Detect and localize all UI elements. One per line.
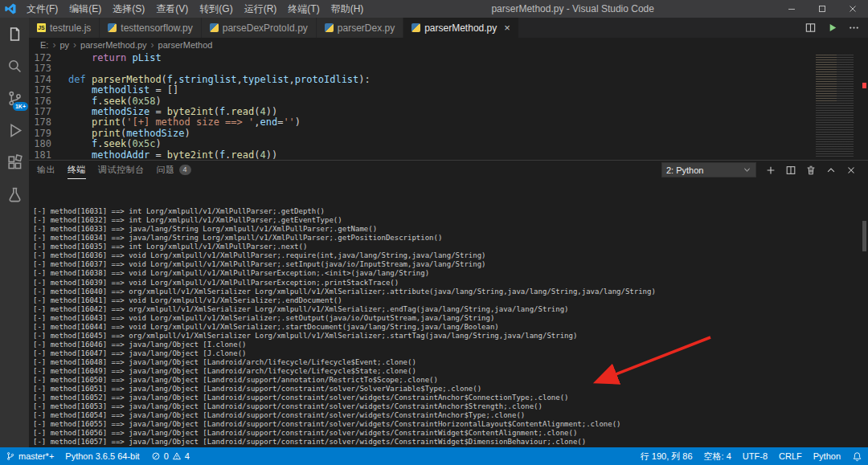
statusbar-item-language-mode[interactable]: Python	[808, 447, 846, 465]
panel-tab-终端[interactable]: 终端	[68, 161, 86, 179]
code-text: f.seek(0x5c)	[68, 139, 162, 149]
tab-testtensorflow.py[interactable]: testtensorflow.py	[100, 18, 201, 38]
statusbar-left: master*+Python 3.6.5 64-bit04	[0, 447, 195, 465]
window-controls	[776, 0, 868, 18]
statusbar-item-text: 4	[185, 451, 190, 461]
statusbar-item-python-interpreter[interactable]: Python 3.6.5 64-bit	[59, 447, 145, 465]
vscode-window: 文件(F)编辑(E)选择(S)查看(V)转到(G)运行(R)终端(T)帮助(H)…	[0, 0, 868, 465]
terminal-output[interactable]: [-] method[16031] ==> int Lorg/xmlpull/v…	[29, 179, 868, 447]
activity-item-search[interactable]	[0, 50, 29, 82]
menu-item-5[interactable]: 运行(R)	[239, 0, 283, 18]
tab-parserDex.py[interactable]: parserDex.py	[317, 18, 403, 38]
statusbar-item-indentation[interactable]: 空格: 4	[698, 447, 737, 465]
terminal-line: [-] method[16044] ==> void Lorg/xmlpull/…	[33, 323, 868, 332]
terminal-scrollbar[interactable]	[862, 221, 866, 251]
window-title: parserMethod.py - Visual Studio Code	[369, 3, 776, 14]
menu-item-0[interactable]: 文件(F)	[21, 0, 63, 18]
tab-label: testrule.js	[50, 22, 91, 34]
statusbar-item-text: CRLF	[779, 451, 802, 461]
plus-icon[interactable]	[765, 165, 776, 176]
menu-item-4[interactable]: 转到(G)	[194, 0, 238, 18]
more-actions-icon[interactable]	[848, 22, 860, 34]
tab-testrule.js[interactable]: JStestrule.js	[29, 18, 100, 38]
statusbar-item-text: Python 3.6.5 64-bit	[65, 451, 139, 461]
menu-item-2[interactable]: 选择(S)	[107, 0, 150, 18]
menu-item-7[interactable]: 帮助(H)	[326, 0, 370, 18]
trash-icon[interactable]	[805, 165, 817, 176]
panel-header: 输出终端调试控制台问题4 2: Python	[29, 161, 868, 179]
terminal-line: [-] method[16040] ==> org/xmlpull/v1/Xml…	[33, 288, 868, 296]
maximize-button[interactable]	[807, 0, 837, 18]
menu-item-1[interactable]: 编辑(E)	[63, 0, 107, 18]
statusbar-item-cursor-position[interactable]: 行 190, 列 86	[635, 447, 698, 465]
close-tab-icon[interactable]: ×	[504, 22, 510, 33]
code-area[interactable]: 172 return pList173174def parserMethod(f…	[29, 52, 813, 160]
statusbar-item-eol[interactable]: CRLF	[773, 447, 808, 465]
run-icon[interactable]	[826, 22, 838, 34]
code-text: print(methodSize)	[68, 128, 190, 139]
activity-item-explorer[interactable]	[0, 18, 29, 50]
terminal-line: [-] method[16031] ==> int Lorg/xmlpull/v…	[33, 207, 868, 216]
javascript-file-icon: JS	[37, 23, 46, 32]
code-editor[interactable]: 172 return pList173174def parserMethod(f…	[29, 52, 868, 160]
activity-item-source-control[interactable]: 1K+	[0, 82, 29, 114]
statusbar-item-git-branch[interactable]: master*+	[0, 447, 59, 465]
line-number: 174	[29, 75, 51, 85]
terminal-line: [-] method[16038] ==> void Lorg/xmlpull/…	[33, 269, 868, 278]
breadcrumb[interactable]: E:›py›parserMethod.py›parserMethod	[29, 38, 868, 52]
line-number: 176	[29, 96, 51, 107]
code-line: 175 methodlist = []	[29, 85, 813, 96]
tab-label: parserDex.py	[338, 22, 395, 34]
panel-tab-label: 输出	[37, 164, 55, 176]
breadcrumb-item[interactable]: parserMethod	[158, 40, 213, 50]
terminal-line: [-] method[16035] ==> int Lorg/xmlpull/v…	[33, 243, 868, 251]
breadcrumb-item[interactable]: E:	[40, 40, 48, 50]
statusbar-item-text: 行 190, 列 86	[641, 451, 693, 463]
terminal-instance-label: 2: Python	[666, 165, 703, 175]
code-line: 176 f.seek(0x58)	[29, 96, 813, 107]
activity-item-run-debug[interactable]	[0, 114, 29, 146]
terminal-line: [-] method[16033] ==> java/lang/String L…	[33, 225, 868, 234]
panel-tab-问题[interactable]: 问题4	[157, 161, 192, 179]
terminal-line: [-] method[16058] ==> java/lang/Object […	[33, 447, 868, 447]
activity-item-test[interactable]	[0, 178, 29, 210]
split-panel-icon[interactable]	[785, 165, 796, 176]
activity-bar: 1K+	[0, 18, 29, 447]
close-window-button[interactable]	[837, 0, 868, 18]
minimap[interactable]	[813, 52, 860, 160]
status-bar: master*+Python 3.6.5 64-bit04 行 190, 列 8…	[0, 447, 868, 465]
debug-icon	[6, 122, 23, 139]
close-panel-icon[interactable]	[845, 165, 857, 176]
terminal-line: [-] method[16057] ==> java/lang/Object […	[33, 438, 868, 447]
panel-tab-label: 调试控制台	[98, 164, 145, 176]
breadcrumb-item[interactable]: parserMethod.py	[80, 40, 147, 50]
tab-parseDexProtoId.py[interactable]: parseDexProtoId.py	[202, 18, 317, 38]
editor-actions	[796, 18, 868, 38]
statusbar-item-problems[interactable]: 04	[145, 447, 195, 465]
code-line: 173	[29, 63, 813, 74]
breadcrumb-item[interactable]: py	[59, 40, 69, 50]
menu-item-3[interactable]: 查看(V)	[150, 0, 194, 18]
line-number: 173	[29, 63, 51, 74]
panel-tab-label: 问题	[157, 164, 175, 176]
split-editor-icon[interactable]	[805, 22, 817, 34]
terminal-instance-select[interactable]: 2: Python	[661, 162, 756, 177]
panel-tab-调试控制台[interactable]: 调试控制台	[98, 161, 145, 179]
python-file-icon	[108, 23, 117, 32]
menu-item-6[interactable]: 终端(T)	[282, 0, 325, 18]
chevron-down-icon	[743, 165, 751, 174]
statusbar-item-notifications[interactable]	[846, 447, 868, 465]
terminal-line: [-] method[16039] ==> void Lorg/xmlpull/…	[33, 279, 868, 288]
activity-item-extensions[interactable]	[0, 146, 29, 178]
statusbar-right: 行 190, 列 86空格: 4UTF-8CRLFPython	[635, 447, 868, 465]
panel-tab-输出[interactable]: 输出	[37, 161, 55, 179]
overview-ruler[interactable]	[860, 52, 868, 160]
terminal-line: [-] method[16047] ==> java/lang/Object […	[33, 349, 868, 358]
chevron-up-icon[interactable]	[825, 165, 837, 176]
terminal-line: [-] method[16056] ==> java/lang/Object […	[33, 429, 868, 438]
statusbar-item-encoding[interactable]: UTF-8	[737, 447, 773, 465]
line-number: 178	[29, 117, 51, 128]
minimize-button[interactable]	[776, 0, 807, 18]
tab-parserMethod.py[interactable]: parserMethod.py×	[403, 18, 519, 38]
line-number: 181	[29, 150, 51, 160]
